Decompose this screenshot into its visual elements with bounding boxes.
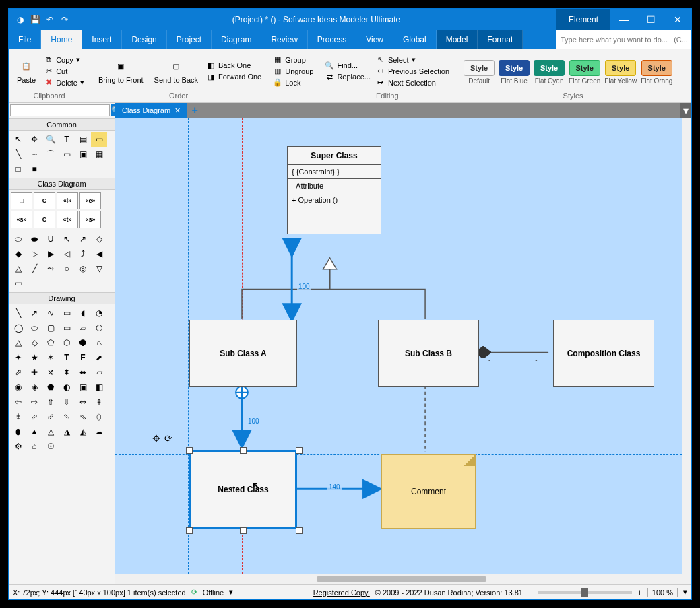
draw-s2[interactable]: ⬭ [26, 320, 42, 335]
draw-line[interactable]: ╲ [10, 306, 26, 320]
cd-tool-3[interactable]: «e» [79, 192, 101, 209]
menu-insert[interactable]: Insert [82, 30, 122, 49]
draw-e1[interactable]: ⬯ [91, 409, 107, 424]
tool-zoom[interactable]: 🔍 [42, 132, 59, 147]
draw-f3[interactable]: ⌂ [26, 439, 42, 454]
draw-b1[interactable]: ▱ [91, 365, 107, 380]
draw-s5[interactable]: ▱ [75, 320, 91, 335]
select-button[interactable]: ↖Select ▾ [375, 55, 451, 65]
tool-fdiamond[interactable]: ◆ [10, 246, 26, 261]
tab-class-diagram[interactable]: Class Diagram ✕ [115, 103, 187, 118]
contextual-tab-element[interactable]: Element [556, 9, 610, 30]
cut-button[interactable]: ✂Cut [42, 66, 86, 77]
tool-tri3[interactable]: ◁ [59, 246, 75, 261]
diagram-canvas[interactable]: - - 100 100 140 S [115, 118, 691, 574]
delete-button[interactable]: ✖Delete ▾ [42, 77, 86, 88]
style-swatch-3[interactable]: Style [569, 60, 600, 76]
draw-F[interactable]: F [75, 350, 91, 365]
menu-global[interactable]: Global [393, 30, 437, 49]
handle-sw[interactable] [186, 527, 193, 534]
rotate-handle-icon[interactable]: ⟳ [164, 433, 172, 444]
close-icon[interactable]: ✕ [664, 9, 691, 30]
tool-sq2[interactable]: ■ [26, 162, 42, 176]
menu-format[interactable]: Format [478, 30, 523, 49]
draw-star4[interactable]: ✦ [10, 350, 26, 365]
handle-nw[interactable] [186, 447, 193, 454]
draw-b4[interactable]: ⬟ [42, 380, 59, 395]
tool-diamond[interactable]: ◇ [91, 232, 107, 246]
draw-e5[interactable]: ◮ [59, 424, 75, 439]
draw-star6[interactable]: ✶ [42, 350, 59, 365]
style-swatch-2[interactable]: Style [534, 60, 565, 76]
next-selection-button[interactable]: ↦Next Selection [375, 77, 451, 88]
save-icon[interactable]: 💾 [29, 13, 41, 26]
tool-arrow1[interactable]: ↖ [59, 232, 75, 246]
draw-dia[interactable]: ◇ [26, 335, 42, 350]
draw-f1[interactable]: ☁ [91, 424, 107, 439]
draw-b2[interactable]: ◉ [10, 380, 26, 395]
draw-d5[interactable]: ⬂ [59, 409, 75, 424]
draw-s6[interactable]: ⬡ [91, 320, 107, 335]
style-swatch-5[interactable]: Style [641, 60, 672, 76]
cd-tool-0[interactable]: □ [11, 192, 32, 209]
panel-header-drawing[interactable]: Drawing [9, 292, 115, 304]
draw-a6[interactable]: ⬌ [75, 365, 91, 380]
draw-c1[interactable]: ◧ [91, 380, 107, 395]
draw-d4[interactable]: ⬃ [42, 409, 59, 424]
draw-c4[interactable]: ⇧ [42, 395, 59, 409]
element-composition-class[interactable]: Composition Class [553, 320, 654, 387]
tool-line2[interactable]: ╱ [26, 261, 42, 276]
tool-dash-arrow[interactable]: ⤴ [75, 246, 91, 261]
menu-view[interactable]: View [356, 30, 393, 49]
tool-ellipse[interactable]: ⬭ [10, 232, 26, 246]
draw-a5[interactable]: ⬍ [59, 365, 75, 380]
find-button[interactable]: 🔍Find... [323, 60, 372, 71]
tabs-menu-icon[interactable]: ▾ [680, 103, 691, 118]
tool-rect3[interactable]: ▦ [91, 147, 107, 162]
vertical-scrollbar[interactable] [684, 286, 691, 367]
back-one-button[interactable]: ◧Back One [205, 60, 263, 71]
draw-d2[interactable]: ⤈ [10, 409, 26, 424]
tool-tri1[interactable]: ▷ [26, 246, 42, 261]
draw-a3[interactable]: ✚ [26, 365, 42, 380]
move-handle-icon[interactable]: ✥ [152, 433, 160, 444]
tool-folder[interactable]: ▭ [91, 132, 107, 147]
draw-c5[interactable]: ⇩ [59, 395, 75, 409]
status-registered[interactable]: Registered Copy. [313, 588, 370, 597]
ungroup-button[interactable]: ▥Ungroup [272, 66, 315, 77]
tool-sq1[interactable]: □ [10, 162, 26, 176]
element-super-class[interactable]: Super Class { {Constraint} } - Attribute… [287, 146, 381, 234]
zoom-slider[interactable] [538, 591, 632, 594]
draw-arrow[interactable]: ↗ [26, 306, 42, 320]
panel-header-common[interactable]: Common [9, 119, 115, 131]
draw-e4[interactable]: △ [42, 424, 59, 439]
draw-hex[interactable]: ⬡ [59, 335, 75, 350]
draw-tri[interactable]: △ [10, 335, 26, 350]
tool-tri5[interactable]: △ [10, 261, 26, 276]
draw-d3[interactable]: ⬀ [26, 409, 42, 424]
replace-button[interactable]: ⇄Replace... [323, 71, 372, 82]
cd-tool-4[interactable]: «s» [11, 211, 32, 228]
tool-rect1[interactable]: ▭ [59, 147, 75, 162]
handle-ne[interactable] [296, 447, 303, 454]
draw-oct[interactable]: ⯃ [75, 335, 91, 350]
lock-button[interactable]: 🔒Lock [272, 77, 315, 88]
cd-tool-6[interactable]: «t» [57, 211, 78, 228]
draw-pie[interactable]: ◔ [91, 306, 107, 320]
handle-s[interactable] [240, 527, 247, 534]
tool-rect2[interactable]: ▣ [75, 147, 91, 162]
zoom-in-icon[interactable]: + [637, 588, 641, 597]
add-tab-button[interactable]: + [187, 103, 202, 118]
draw-s3[interactable]: ▢ [42, 320, 59, 335]
zoom-out-icon[interactable]: − [528, 588, 532, 597]
draw-a4[interactable]: ⤨ [42, 365, 59, 380]
tool-note[interactable]: ▤ [75, 132, 91, 147]
tool-box[interactable]: ▭ [10, 276, 26, 291]
cd-tool-5[interactable]: C [34, 211, 55, 228]
handle-n[interactable] [240, 447, 247, 454]
tab-close-icon[interactable]: ✕ [174, 106, 181, 115]
draw-b6[interactable]: ▣ [75, 380, 91, 395]
draw-pent[interactable]: ⬠ [42, 335, 59, 350]
copy-button[interactable]: ⧉Copy ▾ [42, 55, 86, 65]
tool-dash-ellipse[interactable]: ⬬ [26, 232, 42, 246]
